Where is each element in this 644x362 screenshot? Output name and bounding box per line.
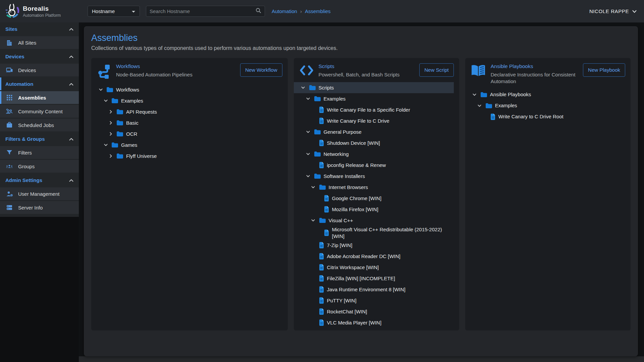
chevron-down-icon[interactable] xyxy=(103,143,108,147)
tree-item-mozilla-firefox-win[interactable]: Mozilla Firefox [WIN] xyxy=(294,204,454,215)
tree-item-flyff-universe[interactable]: Flyff Universe xyxy=(91,150,282,162)
chevron-down-icon[interactable] xyxy=(477,104,482,108)
breadcrumb: Automation › Assemblies xyxy=(272,8,331,14)
user-menu[interactable]: NICOLE RAPPE xyxy=(589,8,637,14)
chevron-down-icon[interactable] xyxy=(98,87,103,92)
breadcrumb-assemblies[interactable]: Assemblies xyxy=(305,8,331,14)
sidebar-item-community-content[interactable]: Community Content xyxy=(0,105,79,118)
sidebar-section-filters-groups[interactable]: Filters & Groups xyxy=(0,132,79,145)
tree-item-examples[interactable]: Examples xyxy=(465,100,625,111)
tree-item-label: Ansible Playbooks xyxy=(490,91,531,98)
tree-item-label: Software Installers xyxy=(324,173,365,180)
chevron-right-icon[interactable] xyxy=(108,121,113,125)
app-logo[interactable]: Borealis Automation Platform xyxy=(0,0,79,22)
tree-item-google-chrome-win[interactable]: Google Chrome [WIN] xyxy=(294,193,454,204)
tree-item-microsoft-visual-c-redistributable-2015-2022-win[interactable]: Microsoft Visual C++ Redistributable (20… xyxy=(294,226,454,240)
filter-icon xyxy=(5,149,13,156)
tree-item-label: Visual C++ xyxy=(329,217,353,224)
sidebar-item-user-management[interactable]: User Management xyxy=(0,187,79,200)
hostname-filter-select[interactable]: Hostname xyxy=(88,6,140,17)
sidebar-section-automation[interactable]: Automation xyxy=(0,77,79,90)
new-workflow-button[interactable]: New Workflow xyxy=(240,63,282,77)
sidebar-item-scheduled-jobs[interactable]: Scheduled Jobs xyxy=(0,119,79,131)
tree-item-internet-browsers[interactable]: Internet Browsers xyxy=(294,182,454,193)
tree-item-ansible-playbooks[interactable]: Ansible Playbooks xyxy=(465,89,625,100)
tree-item-shutdown-device-win[interactable]: Shutdown Device [WIN] xyxy=(294,137,454,148)
sidebar-item-groups[interactable]: Groups xyxy=(0,160,79,173)
tree-item-vlc-media-player-win[interactable]: VLC Media Player [WIN] xyxy=(294,317,454,328)
file-icon xyxy=(319,140,324,146)
code-icon xyxy=(299,63,314,78)
file-icon xyxy=(319,275,324,282)
scripts-panel: ScriptsPowershell, Batch, and Bash Scrip… xyxy=(294,58,459,330)
sidebar-item-filters[interactable]: Filters xyxy=(0,146,79,159)
tree-item-scripts[interactable]: Scripts xyxy=(294,82,454,93)
folder-icon xyxy=(314,129,321,135)
chevron-up-icon xyxy=(69,81,73,87)
new-playbook-button[interactable]: New Playbook xyxy=(583,63,625,77)
chevron-down-icon[interactable] xyxy=(306,97,311,101)
hostname-select-value: Hostname xyxy=(92,8,115,14)
tree-item-examples[interactable]: Examples xyxy=(91,95,282,106)
tree-item-putty-win[interactable]: PuTTY [WIN] xyxy=(294,295,454,306)
section-label: Admin Settings xyxy=(5,177,42,183)
chevron-down-icon[interactable] xyxy=(311,185,316,189)
tree-item-citrix-workspace-win[interactable]: Citrix Workspace [WIN] xyxy=(294,262,454,273)
chevron-down-icon[interactable] xyxy=(472,93,477,97)
building-icon xyxy=(5,39,13,46)
tree-item-rocketchat-win[interactable]: RocketChat [WIN] xyxy=(294,306,454,317)
sidebar-item-devices[interactable]: Devices xyxy=(0,64,79,76)
search-icon[interactable] xyxy=(256,8,261,15)
ansible-playbooks-panel-header: Ansible PlaybooksDeclarative Instruction… xyxy=(471,63,625,85)
breadcrumb-automation[interactable]: Automation xyxy=(272,8,297,14)
tree-item-write-canary-file-to-c-drive[interactable]: Write Canary File to C Drive xyxy=(294,115,454,126)
tree-item-visual-c[interactable]: Visual C++ xyxy=(294,215,454,226)
chevron-right-icon[interactable] xyxy=(108,110,113,114)
tree-item-label: VLC Media Player [WIN] xyxy=(327,319,382,326)
scripts-panel-header: ScriptsPowershell, Batch, and Bash Scrip… xyxy=(299,63,454,78)
chevron-right-icon[interactable] xyxy=(108,132,113,136)
chevron-down-icon[interactable] xyxy=(301,85,306,90)
caret-down-icon xyxy=(131,8,136,14)
tree-item-games[interactable]: Games xyxy=(91,139,282,150)
sidebar-section-admin-settings[interactable]: Admin Settings xyxy=(0,174,79,186)
tree-item-label: Google Chrome [WIN] xyxy=(332,195,382,202)
tree-item-examples[interactable]: Examples xyxy=(294,93,454,104)
grid-icon xyxy=(5,94,13,101)
chevron-down-icon[interactable] xyxy=(306,130,311,134)
tree-item-write-canary-to-c-drive-root[interactable]: Write Canary to C Drive Root xyxy=(465,111,625,122)
search-input[interactable] xyxy=(150,8,256,14)
tree-item-workflows[interactable]: Workflows xyxy=(91,84,282,95)
tree-item-api-requests[interactable]: API Requests xyxy=(91,106,282,117)
chevron-down-icon[interactable] xyxy=(306,152,311,156)
sidebar-section-devices[interactable]: Devices xyxy=(0,50,79,63)
chevron-down-icon[interactable] xyxy=(311,218,316,223)
file-icon xyxy=(319,107,324,113)
tree-item-ipconfig-release-renew[interactable]: ipconfig Release & Renew xyxy=(294,160,454,171)
chevron-up-icon xyxy=(69,26,73,32)
tree-item-write-canary-file-to-a-specific-folder[interactable]: Write Canary File to a Specific Folder xyxy=(294,104,454,115)
sidebar-item-all-sites[interactable]: All Sites xyxy=(0,36,79,49)
sidebar-item-assemblies[interactable]: Assemblies xyxy=(0,91,79,104)
chevron-right-icon[interactable] xyxy=(108,154,113,158)
chevron-down-icon[interactable] xyxy=(306,174,311,178)
new-script-button[interactable]: New Script xyxy=(419,63,454,77)
tree-item-basic[interactable]: Basic xyxy=(91,117,282,128)
tree-item-general-purpose[interactable]: General Purpose xyxy=(294,126,454,137)
tree-item-networking[interactable]: Networking xyxy=(294,148,454,160)
tree-item-label: Networking xyxy=(324,151,349,158)
folder-icon xyxy=(319,218,326,223)
file-icon xyxy=(319,242,324,248)
sidebar-item-label: Filters xyxy=(18,150,32,156)
sidebar-item-server-info[interactable]: Server Info xyxy=(0,201,79,214)
chevron-up-icon xyxy=(69,54,73,59)
tree-item-ocr[interactable]: OCR xyxy=(91,128,282,139)
tree-item-adobe-acrobat-reader-dc-win[interactable]: Adobe Acrobat Reader DC [WIN] xyxy=(294,251,454,262)
sidebar-section-sites[interactable]: Sites xyxy=(0,22,79,35)
tree-item-filezilla-win-incomplete[interactable]: FileZilla [WIN] [INCOMPLETE] xyxy=(294,273,454,284)
folder-icon xyxy=(314,151,321,157)
tree-item-7-zip-win[interactable]: 7-Zip [WIN] xyxy=(294,240,454,251)
chevron-down-icon[interactable] xyxy=(103,99,108,103)
tree-item-java-runtime-environment-8-win[interactable]: Java Runtime Environment 8 [WIN] xyxy=(294,284,454,295)
tree-item-software-installers[interactable]: Software Installers xyxy=(294,171,454,182)
